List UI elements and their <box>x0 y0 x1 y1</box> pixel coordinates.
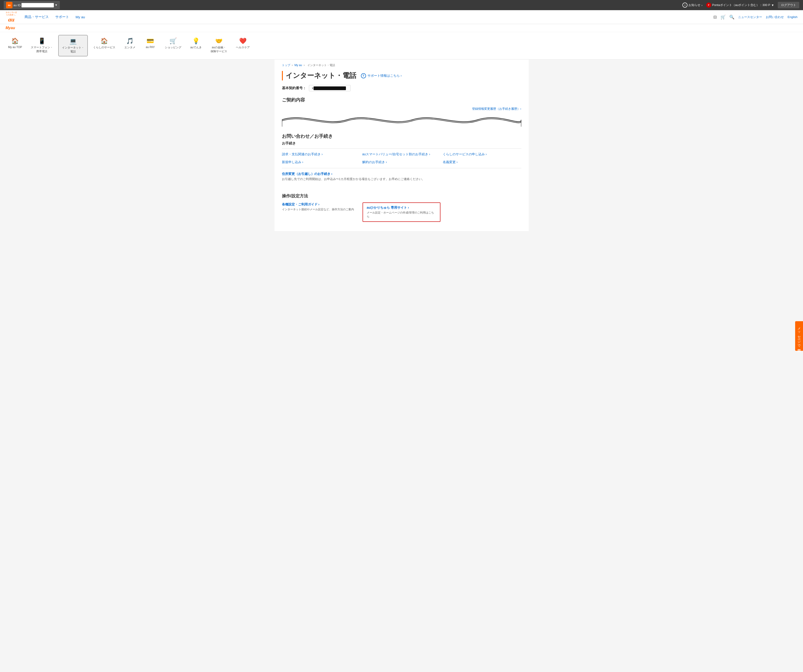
subnav-internet[interactable]: 💻 インターネット・電話 <box>58 35 88 56</box>
notification-button[interactable]: i お知らせ › <box>683 3 702 8</box>
subnav-label-myau-top: My au TOP <box>8 46 22 49</box>
link-name-change[interactable]: 名義変更 › <box>443 160 521 164</box>
operations-section: 操作/設定方法 各種設定・ご利用ガイド › インターネット接続やメール設定など、… <box>282 193 521 222</box>
ops-item-guide: 各種設定・ご利用ガイド › インターネット接続やメール設定など、操作方法のご案内 <box>282 202 360 222</box>
au-id-logo-icon: au <box>6 2 13 8</box>
logout-button[interactable]: ログアウト <box>778 2 799 8</box>
smart-value-link[interactable]: auスマートバリュー/自宅セット割のお手続き › <box>362 152 430 156</box>
page-title: インターネット・電話 <box>286 71 356 80</box>
breadcrumb-myau[interactable]: My au <box>294 63 302 67</box>
au-logo-text: au <box>6 16 17 23</box>
subnav-myau-top[interactable]: 🏠 My au TOP <box>5 35 25 56</box>
subnav-label-aupay: au PAY <box>146 46 155 49</box>
cart-icon[interactable]: 🛒 <box>720 15 726 20</box>
health-icon: ❤️ <box>239 37 247 45</box>
top-bar-right: i お知らせ › P Pontaポイント（auポイント含む）：300 P ▼ ロ… <box>683 2 799 8</box>
operations-grid: 各種設定・ご利用ガイド › インターネット接続やメール設定など、操作方法のご案内… <box>282 202 521 222</box>
au-id-input[interactable] <box>21 3 54 7</box>
guide-desc: インターネット接続やメール設定など、操作方法のご案内 <box>282 208 360 212</box>
inquiry-links-row2: 新規申し込み › 解約のお手続き › 名義変更 › <box>282 160 521 164</box>
myau-title: Myau <box>6 26 15 30</box>
hikari-chura-link[interactable]: auひかりちゅら 専用サイト › <box>367 206 409 209</box>
page-title-section: インターネット・電話 ? サポート情報はこちら › <box>282 71 521 80</box>
notification-label: お知らせ <box>688 3 701 7</box>
address-change-anchor[interactable]: 住所変更（お引越し）のお手続き › <box>282 172 333 176</box>
subnav-label-internet: インターネット・電話 <box>62 46 84 54</box>
subnav-smartphone[interactable]: 📱 スマートフォン・携帯電話 <box>27 35 56 56</box>
subnav-lifestyle[interactable]: 🏠 くらしのサービス <box>89 35 119 56</box>
subnav-aupay[interactable]: 💳 au PAY <box>141 35 159 56</box>
address-change-link[interactable]: 住所変更（お引越し）のお手続き › <box>282 172 521 176</box>
address-section: 住所変更（お引越し）のお手続き › お引越し先でのご利用開始は、お申込み〜1カ月… <box>282 172 521 181</box>
subnav-health[interactable]: ❤️ ヘルスケア <box>232 35 253 56</box>
subnav-shopping[interactable]: 🛒 ショッピング <box>161 35 185 56</box>
sub-navigation: 🏠 My au TOP 📱 スマートフォン・携帯電話 💻 インターネット・電話 … <box>0 32 803 60</box>
main-content: トップ › My au › インターネット・電話 インターネット・電話 ? サポ… <box>275 60 529 231</box>
finance-icon: 🤝 <box>215 37 223 45</box>
breadcrumb-top[interactable]: トップ <box>282 63 290 67</box>
address-note: お引越し先でのご利用開始は、お申込み〜1カ月程度かかる場合もございます。お早めに… <box>282 177 521 181</box>
operations-heading: 操作/設定方法 <box>282 193 521 199</box>
question-icon: ? <box>361 73 366 78</box>
contract-value: x <box>309 85 351 91</box>
inquiry-links-row1: 請求・支払関連のお手続き › auスマートバリュー/自宅セット割のお手続き › … <box>282 152 521 156</box>
subnav-entertainment[interactable]: 🎵 エンタメ <box>120 35 139 56</box>
subnav-finance[interactable]: 🤝 auの金融・保険サービス <box>207 35 231 56</box>
contract-number-row: 基本契約番号： x <box>282 85 521 91</box>
chevron-down-icon: ▼ <box>55 3 57 7</box>
link-billing[interactable]: 請求・支払関連のお手続き › <box>282 152 361 156</box>
smartphone-icon: 📱 <box>38 37 46 45</box>
ponta-points-button[interactable]: P Pontaポイント（auポイント含む）：300 P ▼ <box>706 3 774 8</box>
nav-right: ⊟ 🛒 🔍 ニュースセンター お問い合わせ English <box>714 15 797 20</box>
link-new-apply[interactable]: 新規申し込み › <box>282 160 361 164</box>
ponta-arrow: ▼ <box>771 3 774 7</box>
link-lifestyle-apply[interactable]: くらしのサービスの申し込み › <box>443 152 521 156</box>
top-bar: au au ID ▼ i お知らせ › P Pontaポイント（auポイント含む… <box>0 0 803 10</box>
nav-links: 商品・サービス サポート My au <box>24 15 85 19</box>
ponta-icon: P <box>706 3 711 8</box>
store-icon[interactable]: ⊟ <box>714 15 717 20</box>
billing-link[interactable]: 請求・支払関連のお手続き › <box>282 152 323 156</box>
contact-link[interactable]: お問い合わせ <box>766 15 784 19</box>
subnav-label-entertainment: エンタメ <box>124 46 135 49</box>
nav-link-products[interactable]: 商品・サービス <box>24 15 49 19</box>
subnav-electricity[interactable]: 💡 auでんき <box>187 35 205 56</box>
divider2 <box>282 168 521 168</box>
wave-divider <box>282 113 521 127</box>
shopping-icon: 🛒 <box>169 37 177 45</box>
support-link-label: サポート情報はこちら › <box>367 74 402 78</box>
news-center-link[interactable]: ニュースセンター <box>738 15 762 19</box>
redacted-id <box>314 86 346 90</box>
support-info-link[interactable]: ? サポート情報はこちら › <box>361 73 402 78</box>
new-apply-link[interactable]: 新規申し込み › <box>282 160 303 164</box>
internet-icon: 💻 <box>69 37 77 45</box>
notif-arrow: › <box>701 3 702 7</box>
au-id-label: au ID <box>13 3 21 7</box>
nav-link-support[interactable]: サポート <box>55 15 69 19</box>
inquiry-sub-heading: お手続き <box>282 141 521 146</box>
ops-item-hikari-chura: auひかりちゅら 専用サイト › メール設定・ホームページの作成/管理のご利用は… <box>362 202 441 222</box>
ops-item-empty <box>443 202 521 222</box>
home-icon: 🏠 <box>11 37 19 45</box>
breadcrumb: トップ › My au › インターネット・電話 <box>282 63 521 67</box>
main-navigation: おもしろいほうの未来へ。 au 商品・サービス サポート My au ⊟ 🛒 🔍… <box>0 10 803 24</box>
breadcrumb-current: インターネット・電話 <box>307 63 335 67</box>
english-link[interactable]: English <box>788 15 797 19</box>
reg-change-anchor[interactable]: 登録情報変更履歴（お手続き履歴）› <box>472 107 521 111</box>
au-logo: おもしろいほうの未来へ。 au <box>6 13 17 22</box>
lifestyle-apply-link[interactable]: くらしのサービスの申し込み › <box>443 152 487 156</box>
cancel-link[interactable]: 解約のお手続き › <box>362 160 387 164</box>
registration-change-link[interactable]: 登録情報変更履歴（お手続き履歴）› <box>282 107 521 111</box>
link-cancel[interactable]: 解約のお手続き › <box>362 160 441 164</box>
subnav-label-shopping: ショッピング <box>165 46 181 49</box>
subnav-label-smartphone: スマートフォン・携帯電話 <box>31 46 53 54</box>
info-icon: i <box>683 3 688 8</box>
au-id-box[interactable]: au au ID ▼ <box>4 1 60 9</box>
link-smart-value[interactable]: auスマートバリュー/自宅セット割のお手続き › <box>362 152 441 156</box>
aupay-icon: 💳 <box>146 37 154 45</box>
nav-link-myau[interactable]: My au <box>76 15 85 19</box>
name-change-link[interactable]: 名義変更 › <box>443 160 458 164</box>
top-bar-left: au au ID ▼ <box>4 1 60 9</box>
guide-link[interactable]: 各種設定・ご利用ガイド › <box>282 202 320 206</box>
search-icon[interactable]: 🔍 <box>729 15 735 20</box>
